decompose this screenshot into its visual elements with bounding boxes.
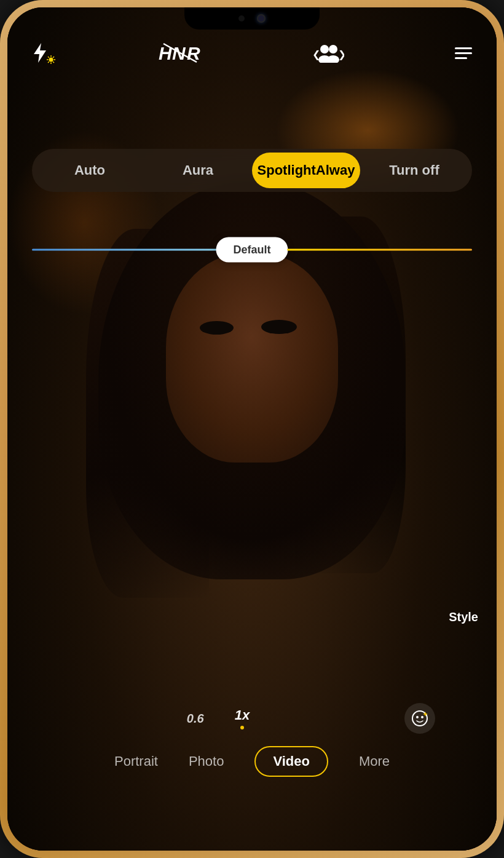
zoom-06-button[interactable]: 0.6 — [187, 712, 204, 726]
eye-right — [261, 320, 297, 334]
svg-point-17 — [329, 45, 337, 54]
svg-marker-0 — [34, 43, 46, 63]
style-label: Style — [449, 610, 478, 624]
group-button[interactable]: ❮ ❯ — [312, 43, 344, 63]
mode-portrait[interactable]: Portrait — [114, 753, 158, 769]
phone-screen: H N R ❮ — [7, 7, 497, 851]
flash-icon — [32, 43, 48, 63]
group-people-icon: ❮ ❯ — [312, 43, 344, 63]
svg-point-18 — [327, 55, 339, 63]
menu-line-1 — [455, 47, 472, 49]
slider-default-label[interactable]: Default — [216, 237, 288, 263]
zoom-1x-label[interactable]: 1x — [235, 707, 250, 723]
svg-point-21 — [416, 716, 419, 718]
top-toolbar: H N R ❮ — [7, 34, 497, 71]
tab-spotlight[interactable]: SpotlightAlway — [252, 153, 360, 188]
zoom-indicator-dot — [240, 726, 244, 729]
sun-icon — [47, 55, 55, 64]
flash-button[interactable] — [32, 43, 48, 63]
tab-auto[interactable]: Auto — [36, 153, 144, 188]
hdr-button[interactable]: H N R — [159, 42, 202, 63]
lighting-mode-tabs: Auto Aura SpotlightAlway Turn off — [32, 149, 472, 192]
svg-text:❯: ❯ — [338, 49, 344, 60]
svg-line-9 — [48, 62, 49, 63]
menu-line-2 — [455, 52, 472, 54]
tab-aura[interactable]: Aura — [144, 153, 252, 188]
notch-sensor — [238, 15, 245, 22]
menu-button[interactable] — [455, 47, 472, 59]
zoom-current: 1x — [235, 707, 250, 729]
ai-enhance-button[interactable] — [404, 703, 435, 734]
svg-point-15 — [320, 45, 329, 54]
menu-line-3 — [455, 57, 467, 59]
mode-photo[interactable]: Photo — [189, 753, 224, 769]
phone-frame: H N R ❮ — [0, 0, 504, 858]
svg-line-7 — [53, 62, 54, 63]
zoom-ai-row: 0.6 1x — [7, 703, 497, 734]
svg-point-1 — [49, 58, 53, 62]
svg-point-22 — [421, 716, 423, 718]
ai-face-icon — [411, 709, 429, 728]
svg-line-6 — [48, 57, 49, 58]
slider-left-track — [32, 249, 217, 251]
slider-track: Default — [32, 249, 472, 251]
camera-mode-row: Portrait Photo Video More — [7, 746, 497, 789]
face — [166, 253, 338, 463]
svg-text:H: H — [159, 43, 173, 63]
eye-left — [200, 321, 234, 335]
svg-line-8 — [53, 57, 54, 58]
notch-camera — [257, 14, 266, 23]
phone-notch — [184, 7, 320, 30]
temperature-slider[interactable]: Default — [32, 235, 472, 264]
camera-viewfinder: H N R ❮ — [7, 7, 497, 851]
zoom-controls: 0.6 1x — [32, 707, 404, 729]
tab-turnoff[interactable]: Turn off — [360, 153, 468, 188]
mode-more[interactable]: More — [359, 753, 390, 769]
bottom-controls: 0.6 1x — [7, 703, 497, 789]
hdr-icon: H N R — [159, 42, 202, 63]
slider-right-track — [287, 249, 472, 251]
mode-video[interactable]: Video — [254, 746, 328, 777]
